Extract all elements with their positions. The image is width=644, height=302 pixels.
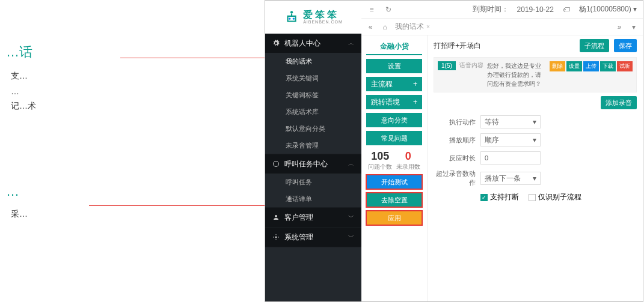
close-icon[interactable]: ×	[426, 23, 430, 30]
tabs-back-icon[interactable]: «	[366, 23, 375, 31]
menu-group-label: 机器人中心	[284, 38, 320, 49]
sidebar-item-sys-keywords[interactable]: 系统关键词	[265, 70, 361, 86]
tag-icon[interactable]: 🏷	[562, 5, 571, 14]
subflow-button[interactable]: 子流程	[580, 39, 609, 52]
node-text: 您好，我这边是专业办理银行贷款的，请问您有资金需求吗？	[487, 61, 546, 88]
chevron-up-icon: ︿	[348, 160, 354, 168]
mainflow-button[interactable]: 主流程+	[366, 77, 422, 91]
only-subflow-label: 仅识别子流程	[538, 192, 581, 202]
unused-count-label: 未录用数	[396, 163, 420, 171]
annot-item: …	[11, 86, 265, 96]
sidebar-item-call-task[interactable]: 呼叫任务	[265, 174, 361, 190]
sidebar: 爱笨笨 AIBENBEN.COM 机器人中心 ︿ 我的话术 系统关键词 关键词标…	[265, 1, 361, 301]
plus-icon: +	[413, 80, 417, 88]
sidebar-item-keyword-tags[interactable]: 关键词标签	[265, 86, 361, 103]
logo-text-en: AIBENBEN.COM	[303, 20, 343, 24]
over-label: 超过录音数动作	[434, 169, 476, 187]
faq-button[interactable]: 常见问题	[366, 131, 422, 145]
refresh-icon[interactable]: ↻	[384, 5, 393, 14]
annot-item: 支…	[11, 71, 265, 82]
chevron-down-icon: ﹀	[348, 213, 354, 222]
node-delete-button[interactable]: 删除	[550, 61, 565, 71]
app-window: 爱笨笨 AIBENBEN.COM 机器人中心 ︿ 我的话术 系统关键词 关键词标…	[265, 0, 643, 302]
delay-label: 反应时长	[434, 154, 476, 163]
user-icon	[272, 214, 280, 221]
order-select[interactable]: 顺序▾	[480, 133, 541, 146]
delay-input[interactable]	[480, 151, 541, 165]
logo-text-cn: 爱笨笨	[303, 10, 343, 20]
node-settings-button[interactable]: 设置	[566, 61, 582, 71]
only-subflow-checkbox[interactable]	[529, 194, 536, 201]
svg-point-2	[289, 17, 290, 19]
plus-icon: +	[413, 98, 417, 106]
jump-button[interactable]: 跳转语境+	[366, 95, 422, 109]
order-label: 播放顺序	[434, 136, 476, 145]
annot-title-1: …话	[6, 43, 265, 61]
topbar: ≡ ↻ 到期时间：2019-10-22 🏷 杨1(10000580­0) ▾	[361, 1, 643, 19]
unused-count: 0	[396, 150, 420, 163]
apply-button[interactable]: 应用	[366, 211, 422, 225]
sidebar-item-unrecorded[interactable]: 未录音管理	[265, 137, 361, 154]
node-upload-button[interactable]: 上传	[583, 61, 599, 71]
add-recording-button[interactable]: 添加录音	[601, 96, 637, 109]
chevron-down-icon: ﹀	[348, 233, 354, 241]
exec-label: 执行动作	[434, 118, 476, 127]
sidebar-item-my-script[interactable]: 我的话术	[265, 53, 361, 70]
svg-point-3	[293, 17, 295, 19]
sidebar-item-call-detail[interactable]: 通话详单	[265, 190, 361, 207]
trim-button[interactable]: 去除空置	[366, 193, 422, 207]
save-button[interactable]: 保存	[614, 39, 637, 52]
menu-group-robot[interactable]: 机器人中心 ︿	[265, 34, 361, 53]
tabbar: « ⌂ 我的话术 × » ▾	[361, 19, 643, 35]
chevron-down-icon: ▾	[533, 136, 536, 144]
expire-date: 2019-10-22	[517, 5, 554, 14]
annot-item: 记…术	[11, 101, 265, 112]
exec-select[interactable]: 等待▾	[480, 115, 541, 128]
sidebar-item-default-intent[interactable]: 默认意向分类	[265, 120, 361, 137]
support-break-checkbox[interactable]: ✓	[480, 194, 488, 201]
gear-icon	[272, 234, 280, 241]
home-icon[interactable]: ⌂	[381, 23, 389, 31]
question-count: 105	[368, 150, 392, 163]
script-title: 金融小贷	[366, 39, 422, 55]
svg-point-1	[290, 11, 293, 13]
node-download-button[interactable]: 下载	[600, 61, 616, 71]
node-try-button[interactable]: 试听	[617, 61, 633, 71]
robot-icon	[284, 10, 299, 25]
gear-icon	[272, 40, 280, 47]
node-label: 语音内容	[459, 61, 483, 70]
question-count-label: 问题个数	[368, 163, 392, 171]
chevron-down-icon: ▾	[533, 174, 536, 183]
menu-group-label: 客户管理	[284, 213, 313, 223]
menu-group-customer[interactable]: 客户管理 ﹀	[265, 208, 361, 227]
menu-group-call[interactable]: 呼叫任务中心 ︿	[265, 154, 361, 174]
script-panel: 金融小贷 设置 主流程+ 跳转语境+ 意向分类 常见问题 105问题个数 0未录…	[361, 35, 428, 301]
logo: 爱笨笨 AIBENBEN.COM	[265, 1, 361, 34]
detail-panel: 打招呼+开场白 子流程 保存 1(5) 语音内容 您好，我这边是专业办理银行贷款…	[428, 35, 643, 301]
tabs-forward-icon[interactable]: »	[615, 23, 624, 31]
annot-title-2: …	[6, 184, 265, 199]
over-select[interactable]: 播放下一条▾	[480, 172, 541, 185]
menu-group-label: 呼叫任务中心	[284, 159, 328, 169]
chevron-up-icon: ︿	[348, 39, 354, 47]
gear-icon	[272, 160, 280, 168]
sidebar-item-sys-script-lib[interactable]: 系统话术库	[265, 103, 361, 120]
svg-point-6	[275, 215, 277, 217]
svg-point-7	[275, 237, 277, 238]
tabs-dropdown-icon[interactable]: ▾	[630, 23, 638, 31]
start-test-button[interactable]: 开始测试	[366, 175, 422, 189]
svg-point-5	[274, 162, 279, 167]
voice-node: 1(5) 语音内容 您好，我这边是专业办理银行贷款的，请问您有资金需求吗？ 删除…	[434, 57, 637, 92]
menu-toggle-icon[interactable]: ≡	[367, 5, 376, 14]
settings-button[interactable]: 设置	[366, 59, 422, 73]
support-break-label: 支持打断	[490, 192, 519, 202]
menu-group-label: 系统管理	[284, 232, 313, 243]
detail-title: 打招呼+开场白	[434, 41, 481, 51]
expire-label: 到期时间：	[473, 4, 509, 14]
node-badge: 1(5)	[438, 61, 456, 70]
annot-item: 采…	[11, 209, 265, 220]
intent-button[interactable]: 意向分类	[366, 113, 422, 127]
menu-group-system[interactable]: 系统管理 ﹀	[265, 228, 361, 247]
tab-my-script[interactable]: 我的话术 ×	[395, 22, 430, 32]
user-menu[interactable]: 杨1(10000580­0) ▾	[579, 4, 637, 14]
